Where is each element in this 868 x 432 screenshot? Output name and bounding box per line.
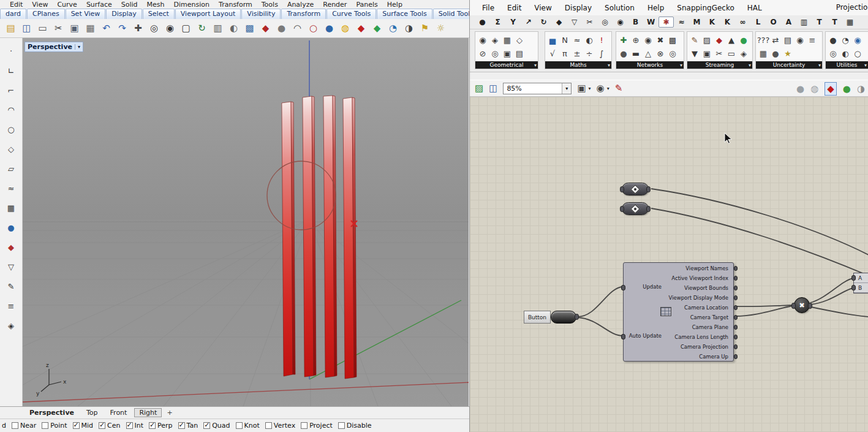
toolbar-tab[interactable]: CPlanes [27,9,65,19]
gh-category-tab[interactable]: ↗ [521,18,536,26]
gh-component-icon[interactable]: △ [642,47,654,60]
gh-category-tab[interactable]: ● [475,18,490,26]
gh-component-icon[interactable]: ◉ [851,33,864,47]
wire[interactable] [734,306,793,316]
gh-category-tab[interactable]: L [750,18,766,26]
toolbar-tab[interactable]: Select [143,9,175,19]
chevron-down-icon[interactable]: ▾ [607,86,609,91]
wire[interactable] [651,189,868,255]
cut-icon[interactable]: ✂ [51,21,66,36]
gh-component-icon[interactable]: ∫ [595,47,608,60]
gh-category-tab[interactable]: ▽ [567,18,582,26]
gh-group-label[interactable]: Maths▾ [545,61,611,69]
wire[interactable] [578,287,623,317]
menu-item[interactable]: Analyze [287,1,314,9]
gh-component-icon[interactable]: ✎ [689,33,701,47]
osnap-toggle[interactable]: Knot [236,422,260,430]
checkbox[interactable] [42,422,48,429]
gh-component-icon[interactable]: ▼ [689,47,701,60]
gh-component-icon[interactable]: ▣ [701,47,713,60]
gh-component-icon[interactable]: ▤ [513,47,526,60]
zoom-window-icon[interactable]: ◉ [163,21,177,36]
viewport-tab[interactable]: Front [105,408,132,417]
toolbar-tab[interactable]: Viewport Layout [175,9,241,19]
button-press-area[interactable] [551,311,576,324]
point-tool-icon[interactable]: · [10,47,12,56]
viewport-tab[interactable]: Right [134,408,162,417]
rectangle-tool-icon[interactable]: ▱ [8,164,14,173]
gh-component-icon[interactable]: √ [546,47,559,60]
viewport-tab[interactable]: + [164,408,175,417]
checkbox[interactable] [203,422,210,429]
osnap-toggle[interactable]: Disable [338,422,372,430]
globe-icon[interactable]: ◔ [386,21,400,36]
gh-component-icon[interactable]: ▭ [725,47,738,60]
gh-category-tab[interactable]: T [827,18,842,26]
copy-icon[interactable]: ▣ [67,21,81,36]
curve-tool-icon[interactable]: ≈ [8,184,15,193]
preview-rendered-icon[interactable]: ◆ [827,83,834,94]
osnap-toggle[interactable]: Perp [149,422,173,430]
menu-item[interactable]: HAL [747,4,762,12]
viewport-tab[interactable]: Perspective [25,408,79,417]
checkbox[interactable] [99,422,105,429]
button-component[interactable]: Button [524,311,576,324]
wire[interactable] [811,307,868,317]
output-nub[interactable] [734,295,738,300]
menu-item[interactable]: Curve [57,1,77,9]
render-icon[interactable]: ◆ [259,21,273,36]
gh-category-tab[interactable]: ∞ [735,18,750,26]
gh-category-tab[interactable]: K [704,18,720,26]
gh-category-tab[interactable]: ✂ [582,18,597,26]
sphere-icon[interactable]: ● [322,21,336,36]
output-nub[interactable] [734,315,738,320]
viewport-component[interactable]: Update Auto Update Viewport Names Active… [623,262,734,362]
gh-group-label[interactable]: Utilities▾ [826,61,868,69]
gh-category-tab[interactable]: ▥ [796,18,812,26]
input-nub[interactable] [851,285,856,290]
zoom-extents-icon[interactable]: ▣ [577,83,586,94]
toolbar-tab[interactable]: Transform [281,9,326,19]
toolbar-tab[interactable]: Set View [66,9,106,19]
gh-component-icon[interactable]: ▦ [757,47,769,60]
open-file-icon[interactable]: ▤ [4,21,18,36]
wire[interactable] [578,317,623,336]
osnap-toggle[interactable]: Vertex [265,422,295,430]
gh-component-icon[interactable]: ○ [851,47,864,60]
output-nub[interactable] [575,314,579,320]
menu-item[interactable]: File [482,4,494,12]
gh-category-tab[interactable]: ≈ [674,18,689,26]
checkbox[interactable] [301,422,308,429]
zoom-select[interactable]: 85% ▾ [503,83,572,94]
gh-component-icon[interactable]: ◈ [738,47,750,60]
annotate-tool-icon[interactable]: ✎ [8,282,15,291]
material-preview-icon[interactable]: ● [843,83,851,94]
print-icon[interactable]: ▭ [36,21,50,36]
osnap-toggle[interactable]: Mid [73,422,94,430]
gh-category-tab[interactable]: ✱ [659,17,674,28]
gh-category-tab[interactable]: ◆ [551,18,567,26]
osnap-toggle[interactable]: Cen [99,422,120,430]
redo-icon[interactable]: ↷ [115,21,129,36]
output-nub[interactable] [646,206,651,212]
gh-component-icon[interactable]: ★ [782,47,794,60]
gh-component-icon[interactable]: ▅ [546,33,559,47]
output-nub[interactable] [808,303,812,309]
gh-component-icon[interactable]: ● [617,47,630,60]
input-nub[interactable] [621,334,625,339]
gh-component-icon[interactable]: ● [738,33,750,47]
gh-component-icon[interactable]: ▲ [725,33,738,47]
viewport-title[interactable]: Perspective ▾ [25,42,83,52]
gh-component-icon[interactable]: ⇄ [769,33,782,47]
menu-item[interactable]: Help [647,4,664,12]
gh-component-icon[interactable]: ⊕ [630,33,642,47]
gh-category-tab[interactable]: A [781,18,796,26]
osnap-toggle[interactable]: Project [301,422,333,430]
menu-item[interactable]: Mesh [147,1,165,9]
chevron-down-icon[interactable]: ▾ [589,86,591,91]
gh-group-label[interactable]: Uncertainty▾ [756,61,822,69]
menu-item[interactable]: Display [565,4,592,12]
output-nub[interactable] [734,266,738,271]
output-nub[interactable] [734,335,738,339]
gh-category-tab[interactable]: ↻ [536,18,551,26]
